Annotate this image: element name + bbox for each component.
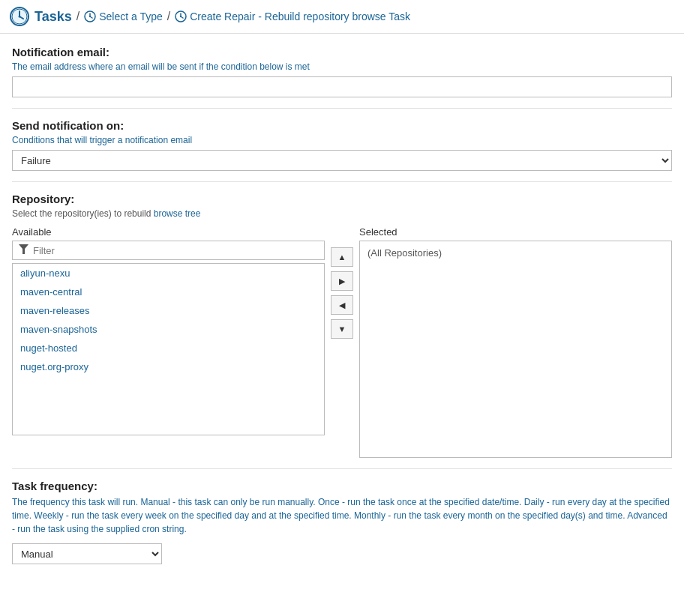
notification-email-title: Notification email:: [12, 46, 672, 58]
breadcrumb-select-type[interactable]: Select a Type: [84, 10, 163, 22]
breadcrumb-tasks[interactable]: Tasks: [34, 9, 72, 25]
current-task-label: Create Repair - Rebuild repository brows…: [190, 10, 410, 22]
svg-marker-13: [19, 244, 28, 254]
send-notification-section: Send notification on: Conditions that wi…: [12, 119, 672, 171]
list-item[interactable]: maven-releases: [13, 301, 324, 320]
notification-email-input[interactable]: [12, 76, 672, 97]
repository-title: Repository:: [12, 193, 672, 205]
task-frequency-section: Task frequency: The frequency this task …: [12, 480, 672, 564]
divider-2: [12, 181, 672, 182]
list-item[interactable]: maven-central: [13, 283, 324, 301]
repo-desc-link: browse tree: [154, 208, 201, 219]
selected-item-all-repos: (All Repositories): [368, 247, 664, 259]
filter-icon: [19, 244, 28, 256]
svg-point-8: [89, 16, 91, 17]
select-type-label: Select a Type: [99, 10, 163, 22]
list-item[interactable]: nuget-hosted: [13, 339, 324, 357]
task-frequency-select[interactable]: Manual Once Daily Weekly Monthly Advance…: [12, 543, 162, 564]
header: Tasks / Select a Type / Create Repair - …: [0, 0, 684, 34]
available-label: Available: [12, 226, 325, 238]
repo-desc-plain: Select the repository(ies) to rebuild: [12, 208, 154, 219]
send-notification-select[interactable]: Failure Success Always: [12, 150, 672, 171]
breadcrumb: Tasks / Select a Type / Create Repair - …: [34, 9, 410, 25]
tasks-clock-icon: [9, 6, 30, 27]
selected-list: (All Repositories): [359, 241, 672, 458]
move-right-button[interactable]: ▶: [331, 271, 353, 291]
notification-email-section: Notification email: The email address wh…: [12, 46, 672, 97]
transfer-area: Available aliyun-nexu maven-central mave…: [12, 226, 672, 458]
send-notification-title: Send notification on:: [12, 119, 672, 132]
send-notification-subtitle: Conditions that will trigger a notificat…: [12, 135, 672, 145]
svg-point-4: [19, 16, 21, 18]
main-content: Notification email: The email address wh…: [0, 34, 684, 576]
task-frequency-description: The frequency this task will run. Manual…: [12, 495, 672, 536]
move-down-button[interactable]: ▼: [331, 319, 353, 339]
breadcrumb-sep-1: /: [76, 10, 80, 23]
select-type-clock-icon: [84, 10, 96, 22]
selected-column: Selected (All Repositories): [359, 226, 672, 458]
list-item[interactable]: maven-snapshots: [13, 320, 324, 339]
repository-description: Select the repository(ies) to rebuild br…: [12, 208, 672, 219]
svg-point-12: [180, 16, 182, 17]
move-up-button[interactable]: ▲: [331, 247, 353, 267]
repository-section: Repository: Select the repository(ies) t…: [12, 193, 672, 458]
breadcrumb-current-task: Create Repair - Rebuild repository brows…: [175, 10, 410, 22]
divider-1: [12, 108, 672, 109]
filter-input[interactable]: [33, 245, 318, 256]
selected-label: Selected: [359, 226, 672, 238]
list-item[interactable]: nuget.org-proxy: [13, 357, 324, 376]
available-column: Available aliyun-nexu maven-central mave…: [12, 226, 325, 435]
transfer-buttons: ▲ ▶ ◀ ▼: [325, 247, 359, 339]
list-item[interactable]: aliyun-nexu: [13, 264, 324, 283]
task-frequency-title: Task frequency:: [12, 480, 672, 492]
move-left-button[interactable]: ◀: [331, 295, 353, 315]
available-list: aliyun-nexu maven-central maven-releases…: [12, 263, 325, 435]
breadcrumb-sep-2: /: [167, 10, 170, 23]
current-task-clock-icon: [175, 10, 187, 22]
notification-email-subtitle: The email address where an email will be…: [12, 61, 672, 72]
divider-3: [12, 468, 672, 469]
filter-box: [12, 241, 325, 260]
